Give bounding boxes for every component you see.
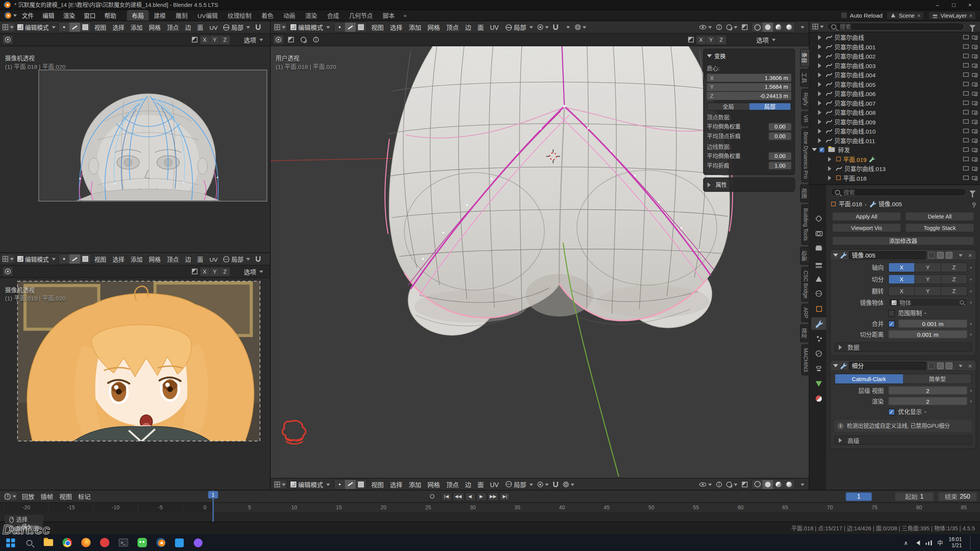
outliner-row-curve[interactable]: 贝塞尔曲线 (809, 33, 980, 42)
viewport-menu-item[interactable]: 网格 (425, 24, 443, 31)
realtime-display-toggle[interactable] (937, 362, 944, 369)
flip-z-toggle[interactable]: Z (941, 287, 967, 295)
disable-in-viewport-icon[interactable] (963, 35, 969, 39)
outliner-display-mode[interactable] (812, 22, 825, 31)
wireframe-shading-button[interactable] (752, 479, 763, 489)
flip-y-toggle[interactable]: Y (915, 287, 941, 295)
disable-in-render-icon[interactable] (972, 64, 978, 67)
outliner-row-curve[interactable]: 贝塞尔曲线.001 (809, 42, 980, 51)
viewport-menu-item[interactable]: 选择 (387, 24, 406, 31)
workspace-tab[interactable]: 几何节点 (344, 10, 378, 21)
disable-in-viewport-icon[interactable] (963, 44, 969, 49)
pin-icon[interactable] (972, 202, 975, 205)
viewport-menu-item[interactable]: 网格 (425, 481, 443, 488)
viewport-menu-item[interactable]: 面 (194, 24, 206, 31)
ime-indicator[interactable]: 中 (937, 538, 943, 546)
rendered-shading-button[interactable] (784, 23, 794, 32)
disable-in-viewport-icon[interactable] (963, 138, 969, 142)
axis-y-toggle[interactable]: Y (915, 263, 941, 272)
filter-icon[interactable] (969, 190, 975, 194)
properties-tab-data[interactable] (811, 377, 826, 390)
outliner-row-curve[interactable]: 贝塞尔曲线.006 (809, 89, 980, 98)
optimal-display-checkbox[interactable]: ✓ (888, 408, 895, 415)
properties-tab-particles[interactable] (811, 333, 826, 345)
data-subpanel-header[interactable]: 数据 (835, 342, 972, 352)
simple-button[interactable]: 简单型 (903, 374, 971, 383)
edge-select-button[interactable] (345, 23, 356, 32)
outliner-row-curve[interactable]: 贝塞尔曲线.003 (809, 60, 980, 70)
outliner-row-curve[interactable]: 贝塞尔曲线.002 (809, 51, 980, 60)
viewport-menu-item[interactable]: 边 (462, 24, 475, 31)
scene-selector[interactable]: Scene× (886, 11, 924, 20)
merge-threshold-field[interactable]: 0.001 m (898, 319, 967, 328)
disable-in-render-icon[interactable] (972, 166, 978, 170)
pivot-selector[interactable] (537, 23, 549, 32)
search-button[interactable] (21, 535, 38, 550)
edge-select-button[interactable] (69, 23, 80, 32)
viewport-menu-item[interactable]: 顶点 (443, 24, 462, 31)
viewport-menu-item[interactable]: 视图 (91, 24, 109, 31)
outliner-row-curve[interactable]: 贝塞尔曲线.005 (809, 79, 980, 88)
active-tool-button[interactable] (273, 35, 284, 44)
workspace-tab[interactable]: 雕刻 (171, 10, 193, 21)
viewport-menu-item[interactable]: UV (487, 24, 502, 31)
disable-in-render-icon[interactable] (972, 45, 978, 49)
sidebar-tab[interactable]: MACHIN3 (801, 344, 809, 376)
sidebar-tab[interactable]: VR (801, 111, 809, 126)
tool-mode-2[interactable] (298, 35, 309, 44)
value-field[interactable]: 0.00 (769, 152, 791, 160)
wechat-icon[interactable] (134, 535, 150, 550)
shading-options[interactable] (796, 23, 807, 32)
axis-x-toggle[interactable]: X (889, 263, 915, 272)
levels-render-field[interactable]: 2 (888, 397, 967, 406)
vertex-select-button[interactable] (59, 23, 69, 32)
viewport-menu-item[interactable]: 面 (474, 481, 487, 488)
workspace-tab[interactable]: 动画 (278, 10, 300, 21)
viewport-menu-item[interactable]: 选择 (387, 481, 406, 488)
mirror-axis-toggle[interactable]: Z (716, 35, 726, 44)
disable-in-viewport-icon[interactable] (963, 101, 969, 105)
properties-tab-output[interactable] (811, 242, 826, 255)
viewport-menu-item[interactable]: UV (206, 24, 221, 31)
viewport-menu-item[interactable]: 视图 (368, 481, 387, 488)
timeline-ruler[interactable]: -20-15-10-505101520253035404550556065707… (0, 503, 980, 512)
viewport-menu-item[interactable]: 网格 (146, 24, 164, 31)
sidebar-tab[interactable]: CSC Bridge (801, 266, 809, 302)
properties-tab-constraints[interactable] (811, 362, 826, 375)
sidebar-tab[interactable]: 绑定 (800, 324, 809, 342)
frame-start-field[interactable]: 起始1 (895, 492, 934, 501)
viewport-menu-item[interactable]: 顶点 (443, 481, 462, 488)
minimize-button[interactable]: – (931, 0, 944, 9)
levels-viewport-field[interactable]: 2 (888, 386, 967, 395)
outliner-row-curve[interactable]: 贝塞尔曲线.007 (809, 98, 980, 107)
start-button[interactable] (3, 535, 19, 550)
sidebar-tab[interactable]: 条目 (800, 49, 809, 67)
vscode-icon[interactable] (171, 535, 187, 550)
mirror-axis-toggle[interactable]: Z (220, 267, 230, 276)
outliner-row-curve[interactable]: 贝塞尔曲线.010 (809, 126, 980, 135)
unlink-scene-icon[interactable]: × (917, 12, 921, 18)
disable-in-viewport-icon[interactable] (963, 129, 969, 133)
global-button[interactable]: 全局 (707, 103, 749, 110)
maximize-button[interactable]: □ (947, 0, 960, 9)
eyedropper-icon[interactable] (960, 300, 964, 304)
face-select-button[interactable] (356, 23, 366, 32)
workspace-tab[interactable]: 脚本 (378, 10, 400, 21)
xray-toggle[interactable] (739, 479, 750, 489)
viewport-canvas[interactable]: 摄像机透视 (1) 平面.018 | 平面.020 (0, 46, 271, 253)
properties-tab-viewlayer[interactable] (811, 258, 826, 270)
app-menu-button[interactable] (4, 11, 18, 20)
disable-in-render-icon[interactable] (972, 91, 978, 95)
median-coordinate-field[interactable]: Y1.5684 m (707, 83, 791, 91)
orientation-selector[interactable]: 局部 (503, 479, 536, 489)
vertex-select-button[interactable] (59, 254, 69, 263)
timeline-playhead[interactable]: 1 (212, 491, 214, 522)
current-frame-field[interactable]: 1 (846, 492, 872, 501)
advanced-subpanel-header[interactable]: 高级 (835, 435, 972, 445)
mirror-axis-toggle[interactable]: X (696, 35, 706, 44)
viewport-bottom-left[interactable]: 编辑模式 视图选择添加网格顶点边面UV 局部 XYZ 选项 摄像机透视 (1) … (0, 253, 271, 490)
modifier-tool-button[interactable]: Apply All (832, 212, 901, 221)
file-explorer-icon[interactable] (40, 535, 56, 550)
xray-toggle[interactable] (739, 23, 750, 32)
orientation-selector[interactable]: 局部 (221, 254, 253, 263)
